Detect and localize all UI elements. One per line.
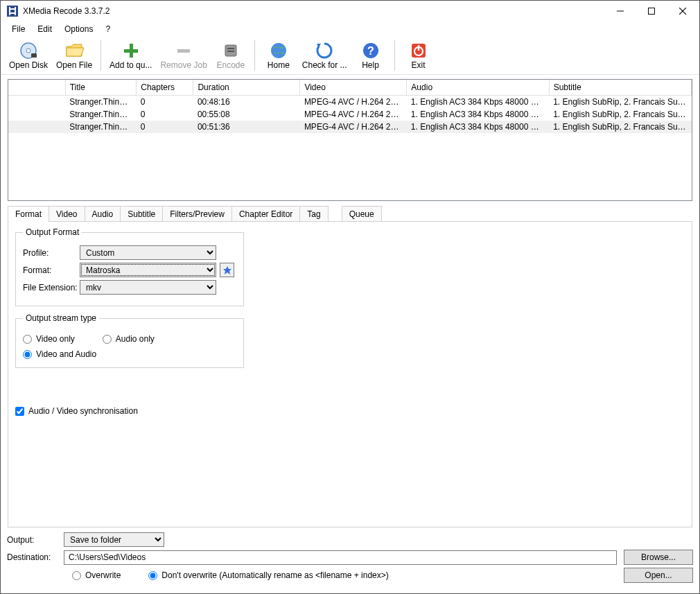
radio-both-label: Video and Audio	[36, 349, 96, 359]
radio-dont-overwrite-label: Don't overwrite (Automatically rename as…	[161, 570, 388, 580]
svg-rect-1	[9, 7, 10, 15]
tab-tag[interactable]: Tag	[299, 206, 328, 222]
close-button[interactable]	[667, 1, 698, 21]
output-format-legend: Output Format	[23, 227, 82, 237]
svg-rect-0	[7, 6, 18, 17]
output-format-group: Output Format Profile: Custom Format: Ma…	[15, 227, 244, 306]
col-duration[interactable]: Duration	[193, 80, 300, 95]
radio-audio-only[interactable]: Audio only	[103, 334, 155, 344]
menu-options[interactable]: Options	[59, 23, 98, 35]
add-queue-button[interactable]: Add to qu...	[105, 37, 156, 74]
svg-point-18	[271, 43, 286, 58]
radio-video-only-label: Video only	[36, 334, 75, 344]
toolbar-separator	[100, 40, 101, 71]
exit-label: Exit	[412, 60, 426, 70]
stream-type-group: Output stream type Video only Audio only…	[15, 313, 244, 368]
open-disk-label: Open Disk	[9, 60, 48, 70]
profile-select[interactable]: Custom	[80, 245, 216, 260]
tabbar: Format Video Audio Subtitle Filters/Prev…	[8, 205, 692, 221]
radio-video-only[interactable]: Video only	[23, 334, 75, 344]
file-list[interactable]: Title Chapters Duration Video Audio Subt…	[8, 79, 692, 201]
toolbar-separator	[254, 40, 255, 71]
col-audio[interactable]: Audio	[407, 80, 549, 95]
col-video[interactable]: Video	[300, 80, 407, 95]
minimize-button[interactable]	[604, 1, 636, 21]
window-title: XMedia Recode 3.3.7.2	[23, 6, 604, 16]
tab-content: Output Format Profile: Custom Format: Ma…	[8, 221, 692, 527]
av-sync-label: Audio / Video synchronisation	[28, 406, 138, 416]
radio-dont-overwrite[interactable]: Don't overwrite (Automatically rename as…	[148, 570, 388, 580]
tab-audio[interactable]: Audio	[85, 206, 121, 222]
home-button[interactable]: Home	[259, 37, 298, 74]
svg-rect-2	[15, 7, 16, 15]
menu-file[interactable]: File	[6, 23, 30, 35]
radio-audio-only-label: Audio only	[116, 334, 155, 344]
table-row[interactable]: Stranger.Things...000:55:08MPEG-4 AVC / …	[8, 108, 692, 121]
radio-video-audio[interactable]: Video and Audio	[23, 349, 236, 359]
disk-icon	[19, 41, 38, 60]
refresh-icon	[315, 41, 334, 60]
svg-rect-16	[227, 48, 234, 49]
tab-format[interactable]: Format	[8, 206, 49, 222]
table-row[interactable]: Stranger.Things...000:48:16MPEG-4 AVC / …	[8, 95, 692, 108]
table-row[interactable]: Stranger.Things...000:51:36MPEG-4 AVC / …	[8, 121, 692, 133]
profile-label: Profile:	[23, 248, 80, 258]
tab-filters[interactable]: Filters/Preview	[162, 206, 232, 222]
open-button[interactable]: Open...	[624, 568, 693, 583]
menubar: File Edit Options ?	[1, 21, 699, 37]
open-file-label: Open File	[56, 60, 92, 70]
col-subtitle[interactable]: Subtitle	[549, 80, 691, 95]
svg-point-10	[26, 49, 30, 53]
open-file-button[interactable]: Open File	[52, 37, 96, 74]
radio-overwrite-label: Overwrite	[85, 570, 121, 580]
svg-rect-3	[9, 8, 16, 10]
stream-type-legend: Output stream type	[23, 313, 99, 323]
col-title[interactable]: Title	[65, 80, 137, 95]
output-select[interactable]: Save to folder	[64, 532, 164, 547]
browse-button[interactable]: Browse...	[624, 550, 693, 565]
svg-rect-17	[227, 51, 234, 52]
tab-subtitle[interactable]: Subtitle	[120, 206, 163, 222]
menu-help[interactable]: ?	[100, 23, 116, 35]
toolbar-separator	[394, 40, 395, 71]
remove-job-label: Remove Job	[160, 60, 207, 70]
check-updates-button[interactable]: Check for ...	[298, 37, 351, 74]
svg-rect-13	[124, 49, 138, 53]
svg-rect-11	[31, 53, 37, 58]
format-select[interactable]: Matroska	[80, 263, 216, 277]
menu-edit[interactable]: Edit	[32, 23, 58, 35]
titlebar: XMedia Recode 3.3.7.2	[1, 1, 699, 21]
output-label: Output:	[7, 535, 64, 545]
format-label: Format:	[23, 265, 80, 275]
col-handle[interactable]	[8, 80, 65, 95]
minus-icon	[174, 41, 193, 60]
destination-input[interactable]	[64, 550, 617, 565]
add-queue-label: Add to qu...	[110, 60, 152, 70]
maximize-button[interactable]	[636, 1, 667, 21]
exit-button[interactable]: Exit	[399, 37, 438, 74]
av-sync-checkbox[interactable]: Audio / Video synchronisation	[15, 406, 685, 416]
open-disk-button[interactable]: Open Disk	[5, 37, 52, 74]
svg-rect-14	[177, 49, 190, 53]
destination-label: Destination:	[7, 552, 64, 562]
help-label: Help	[362, 60, 379, 70]
encode-icon	[221, 41, 240, 60]
folder-icon	[64, 41, 84, 60]
help-button[interactable]: ? Help	[351, 37, 390, 74]
col-chapters[interactable]: Chapters	[137, 80, 193, 95]
home-label: Home	[268, 60, 290, 70]
svg-rect-6	[648, 8, 654, 14]
extension-select[interactable]: mkv	[80, 280, 216, 295]
encode-label: Encode	[216, 60, 245, 70]
tab-queue[interactable]: Queue	[342, 206, 382, 222]
tab-video[interactable]: Video	[49, 206, 85, 222]
tab-chapter[interactable]: Chapter Editor	[231, 206, 300, 222]
plus-icon	[121, 41, 141, 60]
bottom-bar: Output: Save to folder Destination: Brow…	[7, 530, 693, 586]
favorite-button[interactable]	[220, 263, 234, 277]
power-icon	[409, 41, 428, 60]
encode-button: Encode	[211, 37, 250, 74]
ext-label: File Extension:	[23, 283, 80, 292]
radio-overwrite[interactable]: Overwrite	[72, 570, 121, 580]
app-icon	[6, 5, 19, 17]
